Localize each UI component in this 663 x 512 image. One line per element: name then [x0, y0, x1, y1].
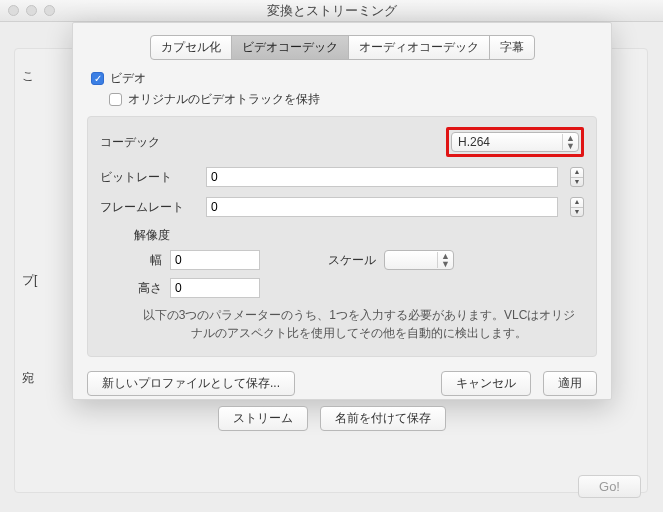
video-settings-panel: コーデック H.264 ▲▼ ビットレート ▲▼ フレームレート ▲▼ 解像度 … — [87, 116, 597, 357]
go-button[interactable]: Go! — [578, 475, 641, 498]
video-check-label: ビデオ — [110, 70, 146, 87]
bitrate-stepper[interactable]: ▲▼ — [570, 167, 584, 187]
framerate-label: フレームレート — [100, 199, 196, 216]
apply-button[interactable]: 適用 — [543, 371, 597, 396]
scale-select[interactable]: ▲▼ — [384, 250, 454, 270]
bg-label-3: 宛 — [22, 370, 34, 387]
bg-label-2: プ[ — [22, 272, 37, 289]
titlebar: 変換とストリーミング — [0, 0, 663, 22]
bg-label-1: こ — [22, 68, 34, 85]
width-input[interactable] — [170, 250, 260, 270]
height-input[interactable] — [170, 278, 260, 298]
height-label: 高さ — [134, 280, 162, 297]
video-checkbox[interactable]: ✓ — [91, 72, 104, 85]
save-profile-button[interactable]: 新しいプロファイルとして保存... — [87, 371, 295, 396]
below-buttons: ストリーム 名前を付けて保存 — [0, 406, 663, 431]
stream-button[interactable]: ストリーム — [218, 406, 308, 431]
window-title: 変換とストリーミング — [0, 2, 663, 20]
bitrate-input[interactable] — [206, 167, 558, 187]
resolution-group: 解像度 幅 スケール ▲▼ 高さ 以下の3つのパラメーターのうち、1つを入力する… — [134, 227, 584, 346]
codec-select[interactable]: H.264 ▲▼ — [451, 132, 579, 152]
codec-value: H.264 — [452, 135, 562, 149]
framerate-input[interactable] — [206, 197, 558, 217]
keep-track-checkbox[interactable] — [109, 93, 122, 106]
tab-audio-codec[interactable]: オーディオコーデック — [348, 35, 490, 60]
keep-track-label: オリジナルのビデオトラックを保持 — [128, 91, 320, 108]
settings-sheet: カプセル化 ビデオコーデック オーディオコーデック 字幕 ✓ ビデオ オリジナル… — [72, 22, 612, 400]
tab-bar: カプセル化 ビデオコーデック オーディオコーデック 字幕 — [87, 35, 597, 60]
cancel-button[interactable]: キャンセル — [441, 371, 531, 396]
codec-highlight: H.264 ▲▼ — [446, 127, 584, 157]
save-as-button[interactable]: 名前を付けて保存 — [320, 406, 446, 431]
resolution-note: 以下の3つのパラメーターのうち、1つを入力する必要があります。VLCはオリジナル… — [134, 306, 584, 346]
scale-label: スケール — [328, 252, 376, 269]
framerate-stepper[interactable]: ▲▼ — [570, 197, 584, 217]
tab-encapsulation[interactable]: カプセル化 — [150, 35, 232, 60]
tab-video-codec[interactable]: ビデオコーデック — [231, 35, 349, 60]
tab-subtitles[interactable]: 字幕 — [489, 35, 535, 60]
width-label: 幅 — [134, 252, 162, 269]
updown-icon: ▲▼ — [562, 134, 578, 150]
keep-track-row[interactable]: オリジナルのビデオトラックを保持 — [109, 91, 597, 108]
resolution-label: 解像度 — [134, 227, 584, 244]
video-checkbox-row[interactable]: ✓ ビデオ — [91, 70, 597, 87]
codec-label: コーデック — [100, 134, 196, 151]
bitrate-label: ビットレート — [100, 169, 196, 186]
updown-icon: ▲▼ — [437, 252, 453, 268]
sheet-button-row: 新しいプロファイルとして保存... キャンセル 適用 — [87, 371, 597, 396]
